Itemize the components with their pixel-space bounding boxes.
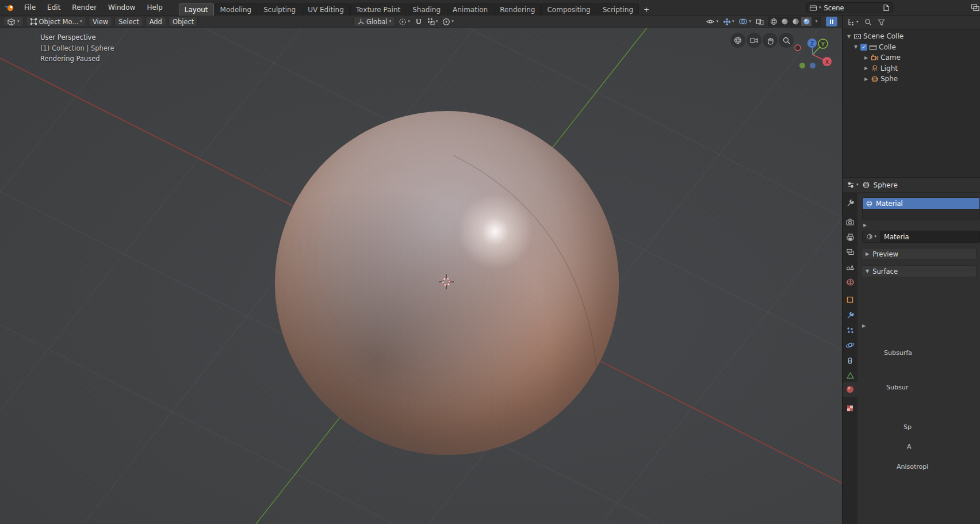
visibility-filter-selector[interactable]: ▾ (705, 17, 719, 26)
tab-physics[interactable] (843, 338, 858, 353)
show-overlays-toggle[interactable]: ▾ (737, 17, 752, 26)
properties-editor-selector[interactable]: ▾ (847, 181, 859, 189)
transform-orientation-selector[interactable]: Global ▾ (353, 17, 395, 26)
material-slot-item[interactable]: Material (863, 198, 979, 209)
pan-view-button[interactable] (763, 33, 778, 48)
material-name-field[interactable]: Materia (881, 231, 980, 243)
tab-particles[interactable] (843, 323, 858, 338)
menu-view[interactable]: View (89, 17, 112, 26)
collection-checkbox[interactable]: ✓ (860, 44, 867, 51)
tab-scripting[interactable]: Scripting (597, 3, 639, 16)
proportional-editing-toggle[interactable]: ▾ (441, 17, 455, 26)
properties-editor-icon (847, 181, 855, 189)
tab-shading[interactable]: Shading (407, 3, 446, 16)
tab-world[interactable] (843, 274, 858, 289)
camera-view-button[interactable] (747, 33, 761, 48)
menu-edit[interactable]: Edit (41, 2, 66, 13)
gizmo-neg-z-ball[interactable] (810, 63, 816, 68)
shading-material-button[interactable] (790, 17, 801, 26)
tab-render[interactable] (843, 215, 858, 230)
outliner-row-camera[interactable]: ▶ Came (843, 52, 980, 63)
outliner-editor-selector[interactable]: ▾ (847, 18, 859, 26)
collapse-icon[interactable]: ▼ (853, 44, 859, 49)
tab-modifiers[interactable] (843, 308, 858, 323)
tab-rendering[interactable]: Rendering (494, 3, 541, 16)
tab-texture[interactable] (843, 401, 858, 416)
outliner-row-sphere[interactable]: ▶ Sphe (843, 74, 980, 85)
chevron-down-icon: ▾ (17, 20, 20, 24)
render-pause-button[interactable] (826, 17, 837, 26)
menu-object[interactable]: Object (169, 17, 198, 26)
outliner-row-light[interactable]: ▶ Light (843, 63, 980, 74)
tab-layout[interactable]: Layout (179, 3, 214, 16)
panel-surface[interactable]: ▼ Surface (861, 265, 977, 277)
menu-render[interactable]: Render (66, 2, 102, 13)
camera-icon (871, 54, 879, 61)
filter-icon[interactable] (878, 19, 885, 26)
tab-object-data[interactable] (843, 368, 858, 383)
chevron-down-icon: ▾ (80, 20, 82, 24)
tab-constraints[interactable] (843, 353, 858, 368)
collapse-icon[interactable]: ▼ (846, 34, 852, 39)
tab-modeling[interactable]: Modeling (215, 3, 258, 16)
menu-window[interactable]: Window (102, 2, 141, 13)
scene-selector[interactable]: ▾ Scene (806, 2, 893, 13)
topbar: File Edit Render Window Help Layout Mode… (0, 0, 980, 16)
tab-scene[interactable] (843, 259, 858, 274)
menu-help[interactable]: Help (141, 2, 168, 13)
magnet-icon (415, 18, 423, 26)
editor-type-button[interactable]: ▾ (3, 17, 24, 26)
tab-output[interactable] (843, 230, 858, 244)
material-slot-empty[interactable] (863, 209, 979, 220)
pivot-point-selector[interactable]: ▾ (397, 17, 411, 26)
tab-tool[interactable] (843, 196, 858, 211)
expand-icon[interactable]: ▶ (863, 77, 869, 82)
gizmo-neg-y-ball[interactable] (799, 63, 805, 68)
gizmo-x-label: X (825, 59, 829, 65)
slot-list-expand-icon[interactable]: ▶ (863, 223, 980, 228)
menu-add[interactable]: Add (146, 17, 166, 26)
viewport-3d[interactable]: User Perspective (1) Collection | Sphere… (0, 28, 842, 524)
mode-selector[interactable]: Object Mo... ▾ (26, 17, 86, 26)
snap-toggle[interactable] (414, 17, 424, 26)
view-layer-icon[interactable] (971, 3, 980, 12)
properties-panel: ▾ Sphere Material (842, 177, 980, 524)
chevron-down-icon: ▾ (874, 235, 876, 239)
gizmo-neg-x-ball[interactable] (795, 45, 801, 51)
menu-select[interactable]: Select (114, 17, 143, 26)
shading-rendered-button[interactable] (801, 17, 812, 26)
browse-material-button[interactable]: ▾ (862, 231, 881, 243)
toggle-perspective-button[interactable] (730, 33, 745, 48)
tab-material[interactable] (843, 382, 858, 397)
blender-logo-icon[interactable] (5, 3, 15, 12)
tab-uv-editing[interactable]: UV Editing (302, 3, 350, 16)
chevron-down-icon: ▾ (389, 20, 392, 24)
outliner-row-scene-collection[interactable]: ▼ Scene Colle (843, 31, 980, 42)
tab-compositing[interactable]: Compositing (541, 3, 596, 16)
tab-animation[interactable]: Animation (447, 3, 493, 16)
shading-wireframe-button[interactable] (768, 17, 779, 26)
tab-texture-paint[interactable]: Texture Paint (350, 3, 406, 16)
surface-expand-icon[interactable]: ▶ (862, 323, 866, 328)
menu-file[interactable]: File (18, 2, 41, 13)
tab-object[interactable] (843, 292, 858, 307)
gizmo-y-label: Y (821, 41, 825, 47)
new-scene-icon[interactable] (883, 4, 890, 12)
tab-sculpting[interactable]: Sculpting (258, 3, 301, 16)
snap-settings-selector[interactable]: ▾ (426, 17, 439, 26)
zoom-view-button[interactable] (779, 33, 794, 48)
shading-solid-button[interactable] (779, 17, 790, 26)
tab-view-layer[interactable] (843, 244, 858, 259)
add-workspace-button[interactable]: + (640, 3, 653, 16)
shading-options-selector[interactable]: ▾ (812, 17, 821, 26)
active-object-label: (1) Collection | Sphere (40, 43, 114, 54)
expand-icon[interactable]: ▶ (863, 55, 869, 60)
expand-icon[interactable]: ▶ (863, 66, 869, 71)
panel-preview[interactable]: ▶ Preview (861, 248, 977, 260)
navigation-gizmo[interactable]: Z Y X (793, 35, 832, 74)
outliner-row-collection[interactable]: ▼ ✓ Colle (843, 42, 980, 53)
show-gizmo-toggle[interactable]: ▾ (722, 17, 736, 26)
xray-toggle[interactable] (755, 17, 765, 26)
snap-increment-icon (427, 18, 435, 25)
search-icon[interactable] (864, 18, 872, 26)
